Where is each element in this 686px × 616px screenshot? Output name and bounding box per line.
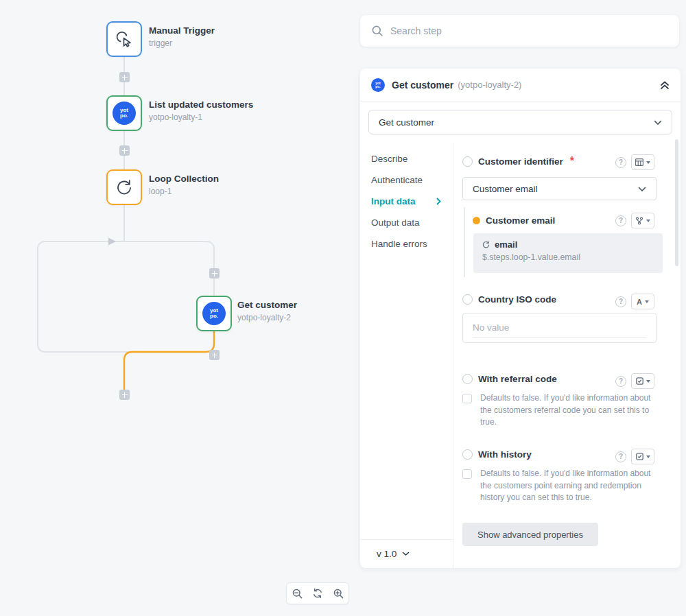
search-input[interactable]	[390, 25, 668, 36]
field-type-button-customer-email[interactable]	[631, 213, 654, 228]
active-path-line	[124, 331, 214, 394]
mapped-value-indicator	[473, 217, 480, 224]
panel-header: yot po. Get customer (yotpo-loyalty-2)	[360, 69, 681, 102]
jsonpath-token[interactable]: email $.steps.loop-1.value.email	[473, 233, 663, 273]
node-subtitle: yotpo-loyalty-2	[237, 313, 291, 322]
field-controls: ?	[615, 154, 654, 170]
zoom-in-button[interactable]	[329, 584, 348, 603]
search-icon	[371, 25, 383, 37]
loop-direction-arrow-icon	[108, 238, 116, 246]
node-subtitle: trigger	[149, 38, 172, 48]
help-icon[interactable]: ?	[615, 157, 626, 168]
field-controls: ?	[615, 213, 654, 228]
step-search-bar	[360, 15, 679, 47]
nav-item-output-data[interactable]: Output data	[371, 215, 448, 230]
field-description: Defaults to false. If you'd like informa…	[480, 392, 660, 429]
add-step-button[interactable]	[209, 268, 220, 279]
checkbox-with-history[interactable]	[462, 469, 472, 479]
table-icon	[635, 158, 643, 166]
show-advanced-properties-button[interactable]: Show advanced properties	[462, 523, 598, 546]
token-path: $.steps.loop-1.value.email	[482, 252, 654, 262]
field-description: Defaults to false. If you'd like informa…	[480, 468, 660, 504]
reset-zoom-button[interactable]	[308, 584, 327, 603]
zoom-out-icon	[292, 588, 303, 600]
step-config-panel: yot po. Get customer (yotpo-loyalty-2) G…	[360, 69, 681, 568]
field-row-with-history: With history	[462, 449, 532, 460]
caret-down-icon	[646, 455, 650, 458]
help-icon[interactable]: ?	[615, 451, 626, 462]
node-get-customer[interactable]: yot po.	[196, 296, 232, 331]
nav-item-label: Handle errors	[371, 239, 427, 249]
yotpo-icon-text: po.	[375, 85, 381, 88]
field-controls: ?	[615, 449, 654, 464]
radio-country-iso[interactable]	[462, 294, 473, 305]
radio-with-referral-code[interactable]	[462, 374, 473, 384]
operation-select[interactable]: Get customer	[368, 110, 672, 134]
help-icon[interactable]: ?	[615, 215, 626, 226]
refresh-icon	[312, 588, 323, 599]
checkbox-icon	[636, 377, 643, 385]
country-iso-input[interactable]	[473, 318, 646, 337]
country-iso-input-wrap	[462, 313, 657, 343]
caret-down-icon	[646, 161, 650, 164]
radio-with-history[interactable]	[462, 449, 473, 460]
help-icon[interactable]: ?	[615, 376, 626, 387]
text-type-icon: A	[637, 298, 642, 306]
field-row-customer-identifier: Customer identifier *	[462, 155, 574, 167]
yotpo-icon: yot po.	[202, 302, 226, 325]
caret-down-icon	[645, 300, 649, 303]
add-step-button[interactable]	[119, 390, 130, 400]
field-type-button-with-referral-code[interactable]	[631, 373, 654, 389]
field-type-button-country-iso[interactable]: A	[631, 294, 654, 309]
node-title: List updated customers	[149, 99, 253, 110]
node-subtitle: yotpo-loyalty-1	[149, 112, 202, 122]
node-subtitle: loop-1	[149, 187, 172, 196]
workflow-connections	[0, 0, 357, 616]
field-type-button-with-history[interactable]	[631, 449, 654, 464]
chevron-right-icon	[436, 198, 441, 205]
node-loop-collection[interactable]	[106, 169, 142, 205]
node-list-updated-customers[interactable]: yot po.	[106, 95, 142, 131]
version-label: v 1.0	[377, 549, 397, 559]
panel-title: Get customer	[392, 80, 453, 91]
nav-item-input-data[interactable]: Input data	[371, 193, 448, 209]
help-icon[interactable]: ?	[615, 296, 626, 307]
checkbox-with-referral-code[interactable]	[462, 394, 472, 403]
loop-icon	[482, 240, 490, 249]
field-type-button-customer-identifier[interactable]	[631, 154, 654, 170]
caret-down-icon	[646, 220, 650, 222]
field-label: Customer identifier	[478, 156, 563, 167]
zoom-out-button[interactable]	[287, 584, 307, 603]
manual-trigger-icon	[114, 29, 134, 49]
nav-item-label: Output data	[371, 217, 420, 228]
add-step-button[interactable]	[119, 145, 130, 156]
yotpo-icon-text: po.	[210, 313, 218, 319]
yotpo-icon: yot po.	[371, 78, 385, 92]
chevron-down-icon	[402, 552, 410, 556]
select-customer-identifier[interactable]: Customer email	[462, 177, 657, 200]
nav-item-handle-errors[interactable]: Handle errors	[371, 236, 448, 251]
field-controls: ?	[615, 373, 654, 389]
nav-item-describe[interactable]: Describe	[371, 151, 448, 166]
add-step-button[interactable]	[209, 350, 220, 360]
add-step-button[interactable]	[119, 72, 130, 82]
field-row-customer-email: Customer email	[473, 215, 555, 226]
collapse-panel-button[interactable]	[660, 80, 670, 90]
field-row-country-iso: Country ISO code	[462, 294, 556, 305]
operation-value: Get customer	[379, 117, 434, 128]
panel-scrollbar[interactable]	[675, 139, 678, 266]
nav-item-authenticate[interactable]: Authenticate	[371, 172, 448, 187]
token-name: email	[495, 239, 517, 250]
zoom-in-icon	[333, 588, 344, 600]
workflow-builder: Manual Trigger trigger yot po. List upda…	[0, 0, 686, 616]
caret-down-icon	[646, 380, 650, 383]
loop-icon	[115, 178, 134, 197]
version-selector[interactable]: v 1.0	[360, 539, 453, 568]
chevron-down-icon	[654, 117, 662, 128]
nav-item-label: Describe	[371, 154, 407, 164]
node-manual-trigger[interactable]	[106, 21, 142, 57]
field-label: With history	[478, 449, 532, 460]
field-label: Customer email	[486, 215, 555, 226]
yotpo-icon: yot po.	[113, 102, 136, 125]
radio-customer-identifier[interactable]	[462, 156, 473, 167]
